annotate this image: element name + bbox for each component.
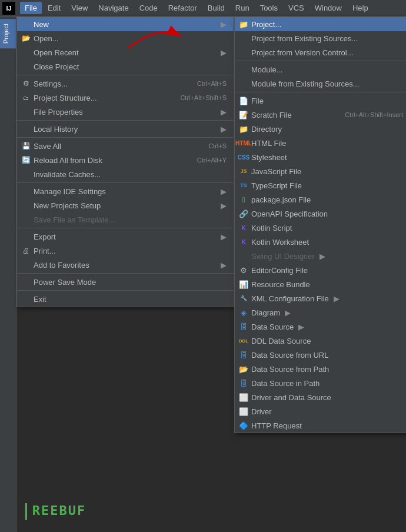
openapi-icon: 🔗 [238, 208, 249, 219]
directory-icon: 📁 [238, 124, 249, 134]
menu-item-invalidate[interactable]: Invalidate Caches... [17, 167, 234, 181]
menubar-vcs[interactable]: VCS [284, 2, 309, 14]
submenu-item-diagram[interactable]: ◈ Diagram ▶ [235, 305, 406, 320]
menubar-help[interactable]: Help [348, 2, 373, 14]
file-properties-arrow-icon: ▶ [221, 108, 227, 117]
menu-item-new-projects-setup[interactable]: New Projects Setup ▶ [17, 198, 234, 212]
open-folder-icon: 📂 [21, 33, 31, 44]
project-structure-icon: 🗂 [21, 92, 31, 103]
settings-icon: ⚙ [21, 78, 31, 89]
submenu-item-stylesheet[interactable]: CSS Stylesheet [235, 150, 406, 164]
js-file-icon: JS [238, 166, 249, 177]
file-menu: New ▶ 📂 Open... Open Recent ▶ Close Proj… [16, 16, 234, 307]
menubar-refactor[interactable]: Refactor [164, 2, 202, 14]
separator-4 [17, 182, 234, 183]
submenu-item-html[interactable]: HTML HTML File [235, 136, 406, 150]
save-all-icon: 💾 [21, 141, 31, 151]
menu-item-add-favorites[interactable]: Add to Favorites ▶ [17, 258, 234, 272]
swing-arrow-icon: ▶ [320, 252, 325, 261]
submenu-item-driver[interactable]: ⬜ Driver [235, 404, 406, 418]
menu-item-exit[interactable]: Exit [17, 292, 234, 306]
menubar-tools[interactable]: Tools [255, 2, 282, 14]
submenu-item-xml-config[interactable]: 🔧 XML Configuration File ▶ [235, 291, 406, 305]
menu-item-file-properties[interactable]: File Properties ▶ [17, 105, 234, 119]
brand-bracket-icon: | [21, 501, 31, 520]
new-arrow-icon: ▶ [221, 20, 227, 29]
submenu-item-kotlin-worksheet[interactable]: K Kotlin Worksheet [235, 235, 406, 249]
menu-item-close-project[interactable]: Close Project [17, 59, 234, 74]
submenu-item-ts[interactable]: TS TypeScript File [235, 178, 406, 192]
menu-item-save-template: Save File as Template... [17, 212, 234, 227]
menubar-view[interactable]: View [66, 2, 92, 14]
submenu-item-scratch[interactable]: 📝 Scratch File Ctrl+Alt+Shift+Insert [235, 108, 406, 122]
menu-item-new[interactable]: New ▶ [17, 17, 234, 31]
menubar-file[interactable]: File [20, 2, 42, 14]
driver-icon: ⬜ [238, 406, 249, 417]
manage-ide-arrow-icon: ▶ [221, 187, 227, 196]
submenu-item-kotlin-script[interactable]: K Kotlin Script [235, 221, 406, 235]
submenu-item-ddl[interactable]: DDL DDL Data Source [235, 334, 406, 348]
separator-1 [17, 75, 234, 75]
submenu-item-resource-bundle[interactable]: 📊 Resource Bundle [235, 277, 406, 291]
resource-bundle-icon: 📊 [238, 279, 249, 290]
menu-item-local-history[interactable]: Local History ▶ [17, 122, 234, 136]
ts-file-icon: TS [238, 180, 249, 191]
stylesheet-icon: CSS [238, 152, 249, 162]
sidebar: Project [0, 16, 16, 532]
separator-5 [17, 228, 234, 228]
menu-item-export[interactable]: Export ▶ [17, 230, 234, 244]
datasource-icon: 🗄 [238, 321, 249, 332]
menubar-edit[interactable]: Edit [43, 2, 65, 14]
sidebar-tab-project[interactable]: Project [0, 19, 16, 48]
xml-config-icon: 🔧 [238, 293, 249, 304]
submenu-item-http-request[interactable]: 🔷 HTTP Request [235, 418, 406, 433]
menu-item-open[interactable]: 📂 Open... [17, 31, 234, 45]
datasource-path-icon: 📂 [238, 364, 249, 374]
menubar-navigate[interactable]: Navigate [94, 2, 133, 14]
menubar-window[interactable]: Window [310, 2, 347, 14]
local-history-arrow-icon: ▶ [221, 125, 227, 134]
menu-item-save-all[interactable]: 💾 Save All Ctrl+S [17, 139, 234, 153]
menu-item-settings[interactable]: ⚙ Settings... Ctrl+Alt+S [17, 77, 234, 91]
submenu-item-datasource-in-path[interactable]: 🗄 Data Source in Path [235, 376, 406, 390]
submenu-item-driver-datasource[interactable]: ⬜ Driver and Data Source [235, 390, 406, 404]
submenu-item-file[interactable]: 📄 File [235, 94, 406, 108]
submenu-item-openapi[interactable]: 🔗 OpenAPI Specification [235, 207, 406, 221]
new-submenu: 📁 Project... Project from Existing Sourc… [234, 16, 406, 433]
brand-text: REEBUF [32, 503, 86, 518]
diagram-arrow-icon: ▶ [285, 308, 291, 317]
menu-item-open-recent[interactable]: Open Recent ▶ [17, 45, 234, 59]
menubar-code[interactable]: Code [135, 2, 162, 14]
submenu-item-datasource-path[interactable]: 📂 Data Source from Path [235, 362, 406, 376]
file-icon: 📄 [238, 95, 249, 106]
submenu-item-datasource-url[interactable]: 🗄 Data Source from URL [235, 348, 406, 362]
menubar-run[interactable]: Run [231, 2, 254, 14]
datasource-arrow-icon: ▶ [298, 322, 304, 331]
datasource-in-path-icon: 🗄 [238, 378, 249, 388]
reload-icon: 🔄 [21, 155, 31, 165]
submenu-item-datasource[interactable]: 🗄 Data Source ▶ [235, 320, 406, 334]
submenu-item-pkg[interactable]: {} package.json File [235, 192, 406, 207]
menu-item-reload[interactable]: 🔄 Reload All from Disk Ctrl+Alt+Y [17, 153, 234, 167]
menubar-build[interactable]: Build [203, 2, 229, 14]
menu-item-project-structure[interactable]: 🗂 Project Structure... Ctrl+Alt+Shift+S [17, 91, 234, 105]
submenu-item-project[interactable]: 📁 Project... [235, 17, 406, 31]
xml-config-arrow-icon: ▶ [334, 294, 340, 303]
separator-7 [17, 290, 234, 291]
menubar: IJ File Edit View Navigate Code Refactor… [0, 0, 406, 16]
menu-item-manage-ide[interactable]: Manage IDE Settings ▶ [17, 184, 234, 198]
submenu-item-module-existing[interactable]: Module from Existing Sources... [235, 77, 406, 91]
kotlin-script-icon: K [238, 222, 249, 233]
menu-item-power-save[interactable]: Power Save Mode [17, 275, 234, 289]
project-folder-icon: 📁 [238, 19, 249, 29]
submenu-item-js[interactable]: JS JavaScript File [235, 164, 406, 178]
submenu-item-directory[interactable]: 📁 Directory [235, 122, 406, 136]
submenu-item-project-vcs[interactable]: Project from Version Control... [235, 45, 406, 59]
submenu-item-module[interactable]: Module... [235, 62, 406, 77]
separator-3 [17, 137, 234, 138]
html-file-icon: HTML [238, 138, 249, 148]
http-request-icon: 🔷 [238, 420, 249, 431]
menu-item-print[interactable]: 🖨 Print... [17, 244, 234, 258]
submenu-item-project-existing[interactable]: Project from Existing Sources... [235, 31, 406, 45]
submenu-item-editorconfig[interactable]: ⚙ EditorConfig File [235, 263, 406, 277]
